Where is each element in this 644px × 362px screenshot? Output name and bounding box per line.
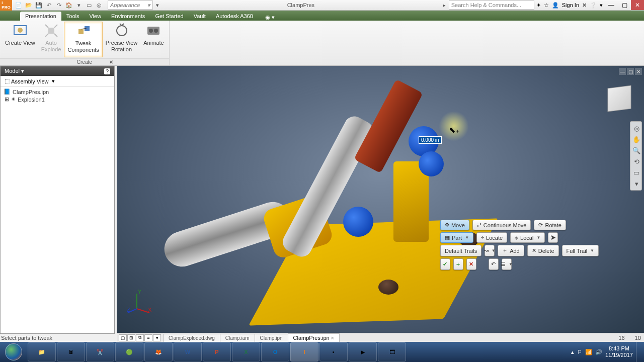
view-tile-icon[interactable]: ⊞: [127, 334, 135, 341]
help-icon[interactable]: ❔: [590, 2, 597, 9]
tweak-components-button[interactable]: Tweak Components: [64, 22, 102, 57]
open-icon[interactable]: 📂: [24, 1, 33, 10]
pin-upper-2[interactable]: [419, 151, 444, 176]
select-icon[interactable]: ▭: [85, 1, 94, 10]
start-button[interactable]: [0, 342, 27, 362]
appearance-selector[interactable]: Appearance ▾: [108, 1, 153, 10]
search-input[interactable]: Search Help & Commands...: [449, 1, 534, 10]
cancel-button[interactable]: ✕: [466, 258, 476, 270]
redo-icon[interactable]: ↷: [54, 1, 63, 10]
home-icon[interactable]: 🏠: [64, 1, 73, 10]
exchange-icon[interactable]: ✕: [582, 2, 587, 9]
lookat-icon[interactable]: ▭: [630, 167, 642, 178]
dimension-input[interactable]: 0.000 in: [419, 136, 442, 144]
qat-dropdown-icon[interactable]: ▾: [74, 1, 84, 10]
viewcube[interactable]: [608, 85, 631, 112]
locate-button[interactable]: ⌖Locate: [476, 232, 507, 243]
ribbon-extra-icon[interactable]: ◉ ▾: [265, 14, 275, 21]
orbit-icon[interactable]: ⟲: [630, 156, 642, 167]
tray-flag-icon[interactable]: ⚐: [577, 349, 582, 355]
tab-vault[interactable]: Vault: [189, 12, 211, 21]
viewport-minimize-icon[interactable]: —: [619, 68, 626, 75]
close-button[interactable]: ✕: [631, 0, 644, 10]
animate-button[interactable]: Animate: [140, 22, 167, 57]
view-single-icon[interactable]: ▢: [119, 334, 127, 341]
doc-tab-active[interactable]: ClampPres.ipn ×: [288, 333, 340, 342]
save-icon[interactable]: 💾: [34, 1, 43, 10]
show-desktop-button[interactable]: [636, 342, 641, 362]
qat-extra-icon[interactable]: ▾: [153, 1, 162, 10]
tab-tools[interactable]: Tools: [61, 12, 85, 21]
task-terminal[interactable]: ▪: [319, 342, 348, 361]
ok-button[interactable]: ✔: [440, 258, 450, 270]
tab-a360[interactable]: Autodesk A360: [211, 12, 258, 21]
task-inventor[interactable]: I: [290, 342, 318, 361]
undo-tweak-button[interactable]: ↶: [489, 258, 499, 270]
tree-item-explosion[interactable]: ⊞ ✴ Explosion1: [3, 96, 112, 103]
view-list-icon[interactable]: ≡: [144, 334, 152, 341]
tab-presentation[interactable]: Presentation: [20, 12, 61, 21]
new-icon[interactable]: 📄: [14, 1, 23, 10]
signin-link[interactable]: Sign In: [562, 2, 579, 8]
doc-tab[interactable]: ClampExploded.dwg: [163, 334, 220, 342]
tree-root[interactable]: 📘 ClampPres.ipn: [3, 88, 112, 96]
trail-style-selector[interactable]: ↝▼: [485, 245, 495, 256]
delete-trail-button[interactable]: ✕Delete: [527, 245, 559, 256]
zoom-icon[interactable]: 🔍: [630, 145, 642, 156]
view-dropdown-icon[interactable]: ▾: [153, 334, 161, 341]
expand-icon[interactable]: ⊞: [5, 96, 9, 103]
doc-tab[interactable]: Clamp.iam: [220, 334, 255, 342]
task-calculator[interactable]: 🖩: [57, 342, 85, 361]
assembly-view-selector[interactable]: ⬚ Assembly View ▾: [1, 76, 114, 87]
tab-view[interactable]: View: [84, 12, 106, 21]
create-view-button[interactable]: Create View: [2, 22, 38, 57]
panel-close-icon[interactable]: ✕: [109, 59, 113, 65]
star-icon[interactable]: ✦: [536, 2, 541, 9]
viewport-close-icon[interactable]: ✕: [635, 68, 642, 75]
task-snipping[interactable]: ✂️: [86, 342, 114, 361]
maximize-button[interactable]: ▢: [618, 0, 631, 10]
viewport-3d[interactable]: — ▢ ✕ ◎ ✋ 🔍 ⟲ ▭ ▾ 0.000 in ⬉₊ Y X Z: [117, 66, 644, 334]
local-selector[interactable]: ⎆Local▼: [510, 232, 545, 243]
rotate-button[interactable]: ⟳Rotate: [534, 220, 566, 230]
minimize-button[interactable]: —: [605, 0, 618, 10]
continuous-move-button[interactable]: ⇄Continuous Move: [472, 220, 531, 230]
task-word[interactable]: W: [174, 342, 202, 361]
tab-get-started[interactable]: Get Started: [150, 12, 188, 21]
viewport-restore-icon[interactable]: ▢: [627, 68, 634, 75]
move-button[interactable]: ✥Move: [440, 220, 469, 230]
favorite-icon[interactable]: ☆: [544, 2, 549, 9]
tray-volume-icon[interactable]: 🔊: [595, 349, 602, 355]
task-generic[interactable]: 🗔: [378, 342, 406, 361]
task-media-player[interactable]: ▶: [349, 342, 377, 361]
triad-toggle-button[interactable]: ⮞: [548, 232, 558, 243]
apply-button[interactable]: ＋: [453, 258, 463, 270]
task-firefox[interactable]: 🦊: [144, 342, 173, 361]
precise-view-rotation-button[interactable]: Precise View Rotation: [103, 22, 140, 57]
tray-clock[interactable]: 8:43 PM 11/19/2017: [605, 345, 633, 358]
material-icon[interactable]: ◎: [95, 1, 104, 10]
options-button[interactable]: ☰▼: [502, 258, 512, 270]
task-powerpoint[interactable]: P: [203, 342, 231, 361]
part-selector[interactable]: ▦Part▼: [440, 232, 473, 243]
tray-expand-icon[interactable]: ▴: [571, 349, 574, 355]
stud-2[interactable]: [378, 280, 398, 295]
doc-tab[interactable]: Clamp.ipn: [255, 334, 288, 342]
title-dropdown-icon[interactable]: ▸: [440, 1, 449, 10]
steering-wheel-icon[interactable]: ◎: [630, 123, 642, 134]
undo-icon[interactable]: ↶: [44, 1, 53, 10]
trails-selector[interactable]: Default Trails: [440, 245, 481, 256]
close-tab-icon[interactable]: ×: [331, 335, 334, 341]
full-trail-selector[interactable]: Full Trail▼: [562, 245, 599, 256]
view-cascade-icon[interactable]: ⧉: [136, 334, 144, 341]
pin-lower[interactable]: [343, 207, 373, 237]
task-excel[interactable]: X: [232, 342, 260, 361]
task-chrome[interactable]: 🟢: [115, 342, 143, 361]
pan-icon[interactable]: ✋: [630, 134, 642, 145]
chevron-down-icon[interactable]: ▾: [600, 2, 603, 9]
nav-expand-icon[interactable]: ▾: [630, 178, 642, 189]
tray-network-icon[interactable]: 📶: [585, 349, 592, 355]
chevron-down-icon[interactable]: ▾: [21, 68, 24, 74]
add-trail-button[interactable]: ＋Add: [498, 245, 524, 256]
task-outlook[interactable]: O: [261, 342, 289, 361]
